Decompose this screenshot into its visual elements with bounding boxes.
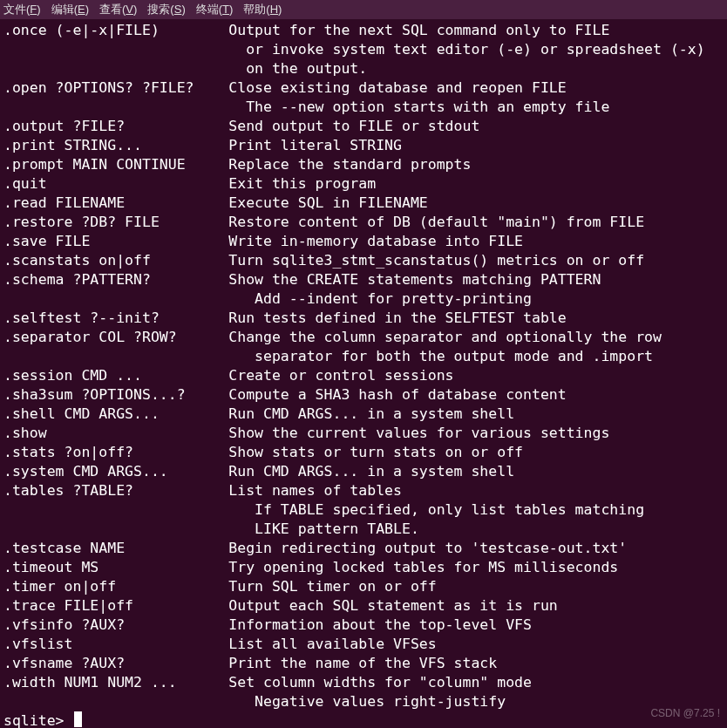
help-line: .scanstats on|offTurn sqlite3_stmt_scans… <box>3 251 724 270</box>
help-command: .timer on|off <box>3 577 228 596</box>
help-description: Turn SQL timer on or off <box>228 577 436 596</box>
help-command: .system CMD ARGS... <box>3 462 228 481</box>
help-description: Restore content of DB (default "main") f… <box>228 213 644 232</box>
help-line: Add --indent for pretty-printing <box>3 289 724 309</box>
help-description: Close existing database and reopen FILE <box>228 78 566 98</box>
help-command: .read FILENAME <box>3 194 228 213</box>
help-command: .vfsname ?AUX? <box>3 654 228 673</box>
help-line: .showShow the current values for various… <box>3 424 724 443</box>
help-line: .output ?FILE?Send output to FILE or std… <box>3 117 724 136</box>
terminal-output[interactable]: .once (-e|-x|FILE)Output for the next SQ… <box>0 19 727 728</box>
help-description: Run CMD ARGS... in a system shell <box>228 405 514 424</box>
help-command: .trace FILE|off <box>3 596 228 616</box>
help-line: .selftest ?--init?Run tests defined in t… <box>3 309 724 328</box>
cursor <box>74 711 82 727</box>
help-command: .shell CMD ARGS... <box>3 405 228 424</box>
help-line: .session CMD ...Create or control sessio… <box>3 366 724 385</box>
menu-h[interactable]: 帮助(H) <box>243 0 282 19</box>
help-description: Replace the standard prompts <box>228 155 471 174</box>
help-command: .scanstats on|off <box>3 251 228 270</box>
help-description: Send output to FILE or stdout <box>228 117 479 136</box>
help-line: .schema ?PATTERN?Show the CREATE stateme… <box>3 270 724 289</box>
help-command: .stats ?on|off? <box>3 443 228 462</box>
help-description: Show the CREATE statements matching PATT… <box>228 270 601 289</box>
help-line: .read FILENAMEExecute SQL in FILENAME <box>3 194 724 213</box>
help-description: Print the name of the VFS stack <box>228 654 497 673</box>
help-command: .show <box>3 424 228 443</box>
help-line: .vfslistList all available VFSes <box>3 635 724 654</box>
help-line: separator for both the output mode and .… <box>3 347 724 366</box>
help-command: .sha3sum ?OPTIONS...? <box>3 385 228 405</box>
menubar: 文件(F)编辑(E)查看(V)搜索(S)终端(T)帮助(H) <box>0 0 727 19</box>
help-line: .separator COL ?ROW?Change the column se… <box>3 328 724 347</box>
help-line: .open ?OPTIONS? ?FILE?Close existing dat… <box>3 78 724 98</box>
menu-v[interactable]: 查看(V) <box>99 0 137 19</box>
help-command: .selftest ?--init? <box>3 309 228 328</box>
help-line: .testcase NAMEBegin redirecting output t… <box>3 539 724 558</box>
help-line: .width NUM1 NUM2 ...Set column widths fo… <box>3 673 724 692</box>
help-line: .system CMD ARGS...Run CMD ARGS... in a … <box>3 462 724 481</box>
help-description: Run tests defined in the SELFTEST table <box>228 309 566 328</box>
help-description: Run CMD ARGS... in a system shell <box>228 462 514 481</box>
menu-s[interactable]: 搜索(S) <box>147 0 185 19</box>
help-description: Print literal STRING <box>228 136 402 155</box>
help-line: .prompt MAIN CONTINUEReplace the standar… <box>3 155 724 174</box>
help-line: .quitExit this program <box>3 174 724 194</box>
help-line: or invoke system text editor (-e) or spr… <box>3 40 724 59</box>
help-description: Output for the next SQL command only to … <box>228 21 609 40</box>
sqlite-prompt[interactable]: sqlite> <box>3 711 724 728</box>
help-line: on the output. <box>3 59 724 78</box>
help-line: .vfsname ?AUX?Print the name of the VFS … <box>3 654 724 673</box>
help-description: Set column widths for "column" mode <box>228 673 532 692</box>
help-line: If TABLE specified, only list tables mat… <box>3 500 724 520</box>
help-description: Output each SQL statement as it is run <box>228 596 558 616</box>
help-description: Information about the top-level VFS <box>228 616 532 635</box>
help-line: .timer on|offTurn SQL timer on or off <box>3 577 724 596</box>
help-line: .trace FILE|offOutput each SQL statement… <box>3 596 724 616</box>
help-command: .output ?FILE? <box>3 117 228 136</box>
help-description: Show stats or turn stats on or off <box>228 443 523 462</box>
help-description: Change the column separator and optional… <box>228 328 662 347</box>
menu-e[interactable]: 编辑(E) <box>51 0 89 19</box>
help-description: Exit this program <box>228 174 376 194</box>
help-command: .vfslist <box>3 635 228 654</box>
help-command: .quit <box>3 174 228 194</box>
menu-t[interactable]: 终端(T) <box>196 0 234 19</box>
help-description: Create or control sessions <box>228 366 453 385</box>
menu-f[interactable]: 文件(F) <box>3 0 41 19</box>
help-description: Begin redirecting output to 'testcase-ou… <box>228 539 627 558</box>
help-description: Show the current values for various sett… <box>228 424 609 443</box>
help-line: Negative values right-justify <box>3 692 724 711</box>
help-command: .vfsinfo ?AUX? <box>3 616 228 635</box>
help-description: List names of tables <box>228 481 402 500</box>
help-line: .once (-e|-x|FILE)Output for the next SQ… <box>3 21 724 40</box>
prompt-text: sqlite> <box>3 712 72 728</box>
help-command: .testcase NAME <box>3 539 228 558</box>
help-line: .save FILEWrite in-memory database into … <box>3 232 724 251</box>
help-line: .tables ?TABLE?List names of tables <box>3 481 724 500</box>
help-line: The --new option starts with an empty fi… <box>3 98 724 117</box>
help-command: .open ?OPTIONS? ?FILE? <box>3 78 228 98</box>
help-command: .prompt MAIN CONTINUE <box>3 155 228 174</box>
help-line: .timeout MSTry opening locked tables for… <box>3 558 724 577</box>
help-line: .restore ?DB? FILERestore content of DB … <box>3 213 724 232</box>
help-line: .sha3sum ?OPTIONS...?Compute a SHA3 hash… <box>3 385 724 405</box>
help-description: Execute SQL in FILENAME <box>228 194 427 213</box>
help-line: .vfsinfo ?AUX?Information about the top-… <box>3 616 724 635</box>
help-command: .session CMD ... <box>3 366 228 385</box>
help-line: LIKE pattern TABLE. <box>3 520 724 539</box>
help-command: .once (-e|-x|FILE) <box>3 21 228 40</box>
help-command: .tables ?TABLE? <box>3 481 228 500</box>
help-command: .restore ?DB? FILE <box>3 213 228 232</box>
help-description: Write in-memory database into FILE <box>228 232 523 251</box>
help-command: .width NUM1 NUM2 ... <box>3 673 228 692</box>
help-line: .stats ?on|off?Show stats or turn stats … <box>3 443 724 462</box>
help-command: .save FILE <box>3 232 228 251</box>
help-description: Compute a SHA3 hash of database content <box>228 385 566 405</box>
help-description: List all available VFSes <box>228 635 436 654</box>
help-line: .print STRING...Print literal STRING <box>3 136 724 155</box>
help-description: Turn sqlite3_stmt_scanstatus() metrics o… <box>228 251 644 270</box>
watermark: CSDN @7.25 ! <box>650 704 720 723</box>
help-command: .schema ?PATTERN? <box>3 270 228 289</box>
help-command: .timeout MS <box>3 558 228 577</box>
